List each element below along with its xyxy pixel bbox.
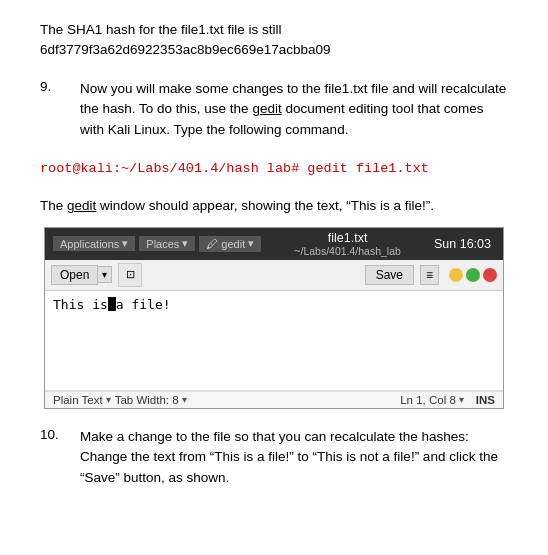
- plain-text-label: Plain Text: [53, 394, 103, 406]
- ln-col-label: Ln 1, Col 8: [400, 394, 456, 406]
- applications-menu[interactable]: Applications ▾: [53, 236, 135, 251]
- places-arrow-icon: ▾: [182, 237, 188, 250]
- hamburger-menu-button[interactable]: ≡: [420, 265, 439, 285]
- plain-text-arrow-icon: ▾: [106, 394, 111, 405]
- places-menu[interactable]: Places ▾: [139, 236, 195, 251]
- command-suffix: gedit file1.txt: [307, 161, 429, 176]
- tab-width-arrow-icon: ▾: [182, 394, 187, 405]
- applications-arrow-icon: ▾: [122, 237, 128, 250]
- gedit-note-post: window should appear, showing the text, …: [96, 198, 434, 213]
- gedit-menu[interactable]: 🖊 gedit ▾: [199, 236, 261, 252]
- editor-line-1: This is a file!: [53, 297, 495, 312]
- save-button[interactable]: Save: [365, 265, 414, 285]
- window-filename: file1.txt: [267, 231, 428, 245]
- applications-label: Applications: [60, 238, 119, 250]
- step-9-content: Now you will make some changes to the fi…: [80, 79, 508, 142]
- step-9-underline: gedit: [252, 101, 281, 116]
- cursor: [108, 297, 116, 311]
- step-10-content: Make a change to the file so that you ca…: [80, 427, 508, 490]
- gedit-statusbar: Plain Text ▾ Tab Width: 8 ▾ Ln 1, Col 8 …: [45, 391, 503, 408]
- close-button[interactable]: [483, 268, 497, 282]
- places-label: Places: [146, 238, 179, 250]
- maximize-button[interactable]: [466, 268, 480, 282]
- gedit-note-pre: The: [40, 198, 67, 213]
- command-prefix: root@kali:~/Labs/401.4/hash lab#: [40, 161, 307, 176]
- open-dropdown-button[interactable]: ▾: [98, 266, 112, 283]
- open-button[interactable]: Open: [51, 265, 98, 285]
- tab-width-section: Tab Width: 8 ▾: [115, 394, 187, 406]
- open-button-group: Open ▾: [51, 265, 112, 285]
- titlebar-center: file1.txt ~/Labs/401.4/hash_lab: [267, 231, 428, 257]
- step-10: 10. Make a change to the file so that yo…: [40, 427, 508, 490]
- gedit-menu-icon: 🖊: [206, 237, 218, 251]
- gedit-note: The gedit window should appear, showing …: [40, 196, 508, 216]
- titlebar-time: Sun 16:03: [434, 237, 491, 251]
- gedit-window: Applications ▾ Places ▾ 🖊 gedit ▾ file1.…: [44, 227, 504, 409]
- ln-col-arrow-icon: ▾: [459, 394, 464, 405]
- window-controls: [449, 268, 497, 282]
- recent-files-icon: ⊡: [126, 268, 135, 281]
- command-block: root@kali:~/Labs/401.4/hash lab# gedit f…: [40, 155, 508, 182]
- step-9-number: 9.: [40, 79, 80, 142]
- step-10-number: 10.: [40, 427, 80, 490]
- gedit-toolbar: Open ▾ ⊡ Save ≡: [45, 260, 503, 291]
- ln-col-section: Ln 1, Col 8 ▾: [400, 394, 464, 406]
- gedit-menu-arrow-icon: ▾: [248, 237, 254, 250]
- ins-label: INS: [476, 394, 495, 406]
- gedit-menu-label: gedit: [221, 238, 245, 250]
- window-filepath: ~/Labs/401.4/hash_lab: [267, 245, 428, 257]
- gedit-titlebar: Applications ▾ Places ▾ 🖊 gedit ▾ file1.…: [45, 228, 503, 260]
- editor-text-after: a file!: [116, 297, 171, 312]
- plain-text-section: Plain Text ▾: [53, 394, 111, 406]
- gedit-editor[interactable]: This is a file!: [45, 291, 503, 391]
- recent-files-button[interactable]: ⊡: [118, 263, 142, 287]
- editor-text-before: This is: [53, 297, 108, 312]
- sha-line: The SHA1 hash for the file1.txt file is …: [40, 20, 508, 61]
- gedit-note-underline: gedit: [67, 198, 96, 213]
- titlebar-left: Applications ▾ Places ▾ 🖊 gedit ▾: [53, 236, 261, 252]
- step-9: 9. Now you will make some changes to the…: [40, 79, 508, 142]
- minimize-button[interactable]: [449, 268, 463, 282]
- tab-width-label: Tab Width: 8: [115, 394, 179, 406]
